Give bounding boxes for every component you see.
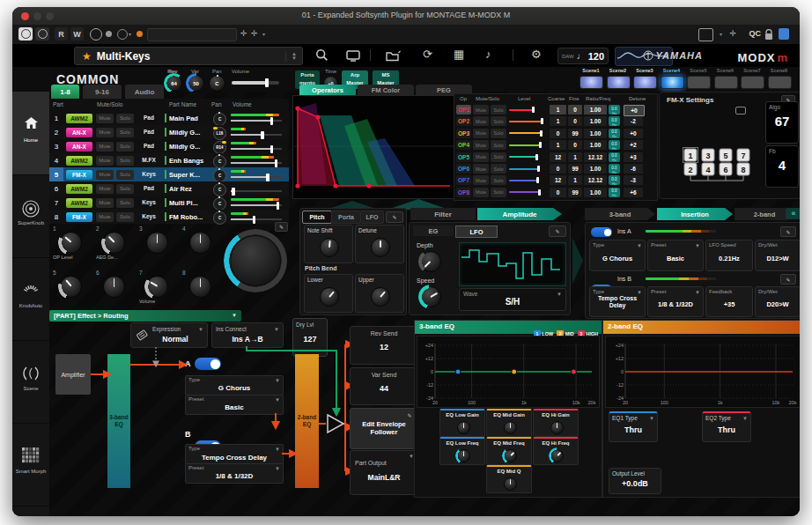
op-level-handle[interactable] bbox=[536, 177, 539, 183]
part-row[interactable]: 2AN-XMuteSoloPadMildly G...L16 bbox=[49, 125, 289, 139]
part-row[interactable]: 4AWM2MuteSoloM.FXEnh BangsC bbox=[49, 153, 289, 167]
scene-button[interactable] bbox=[633, 76, 657, 89]
op-solo-button[interactable]: Solo bbox=[491, 140, 506, 150]
eq-low-freq-box[interactable]: EQ Low Freq bbox=[439, 437, 485, 465]
collapse-chevron[interactable]: « bbox=[786, 208, 800, 219]
op-detune-value[interactable]: +3 bbox=[624, 152, 643, 162]
eq-hi-freq-box[interactable]: EQ Hi Freq bbox=[533, 437, 579, 465]
tab-filter[interactable]: Filter bbox=[410, 208, 476, 220]
lfo-speed-knob[interactable] bbox=[420, 286, 441, 307]
part-pan-knob[interactable]: C bbox=[213, 183, 226, 196]
part-volume-handle[interactable] bbox=[232, 188, 235, 196]
panel-view-icon[interactable] bbox=[698, 28, 713, 41]
tab-insertion[interactable]: Insertion bbox=[657, 208, 733, 220]
part-mute-button[interactable]: Mute bbox=[96, 114, 114, 123]
part-volume-slider[interactable] bbox=[231, 139, 282, 153]
panel-caret[interactable]: ▾ bbox=[720, 32, 722, 37]
op-ratio-value[interactable]: 1.00 bbox=[584, 105, 607, 115]
op-mute-button[interactable]: Mute bbox=[473, 140, 489, 150]
op-fine-value[interactable]: 1 bbox=[568, 175, 582, 185]
part-tab-Audio[interactable]: Audio bbox=[125, 85, 164, 99]
part-row[interactable]: 8FM-XMuteSoloKeysFM Robo...C bbox=[49, 210, 289, 224]
op-level-handle[interactable] bbox=[532, 107, 535, 113]
part-pan-knob[interactable]: C bbox=[213, 155, 226, 168]
eq3-graph[interactable]: +24+120-12-24201001k10k20k bbox=[417, 336, 600, 408]
op-detune-value[interactable]: -2 bbox=[624, 116, 643, 126]
part-pan-knob[interactable]: L16 bbox=[213, 127, 226, 140]
scene-button[interactable] bbox=[687, 76, 711, 89]
op-level-slider[interactable] bbox=[509, 104, 548, 115]
rev-send-box[interactable]: Rev Send 12 bbox=[350, 326, 418, 365]
op-solo-button[interactable]: Solo bbox=[491, 164, 506, 174]
nav-next-icon[interactable]: ✛ bbox=[251, 29, 258, 38]
assignable-knob-4[interactable] bbox=[189, 232, 211, 254]
preset-field[interactable] bbox=[147, 28, 237, 41]
op-fine-value[interactable]: 0 bbox=[568, 140, 582, 150]
power-dot[interactable] bbox=[137, 31, 143, 37]
patch-name-box[interactable]: ★ Multi-Keys ▲▼ bbox=[74, 47, 303, 65]
qc-label[interactable]: QC bbox=[749, 29, 762, 38]
ins-a-preset[interactable]: Preset▼ Basic bbox=[647, 240, 704, 271]
read-automation-button[interactable]: R bbox=[55, 27, 68, 41]
algorithm-diagram[interactable]: 13572468 bbox=[679, 147, 758, 189]
dropdown-icon[interactable] bbox=[117, 29, 128, 40]
ins-b-type[interactable]: Type▼ Tempo Cross Delay bbox=[589, 286, 646, 317]
part-solo-button[interactable]: Solo bbox=[116, 212, 134, 222]
eq-low-gain-box[interactable]: EQ Low Gain bbox=[439, 409, 485, 437]
op-mute-button[interactable]: Mute bbox=[473, 188, 489, 197]
part-volume-slider[interactable] bbox=[231, 125, 282, 139]
part-row[interactable]: 1AWM2MuteSoloPadMain PadC bbox=[49, 111, 289, 125]
op-ratio-value[interactable]: 1.00 bbox=[584, 140, 607, 150]
edit-jump-icon[interactable]: ✎ bbox=[275, 222, 288, 232]
op-fine-value[interactable]: 99 bbox=[568, 164, 582, 174]
part-tab-1-8[interactable]: 1-8 bbox=[51, 85, 79, 99]
part-mute-button[interactable]: Mute bbox=[96, 156, 114, 166]
part-solo-button[interactable]: Solo bbox=[116, 170, 134, 180]
op-level-handle[interactable] bbox=[535, 154, 538, 160]
scene-button[interactable] bbox=[661, 76, 684, 89]
patch-stepper[interactable]: ▲▼ bbox=[285, 52, 297, 61]
subtab-lfo[interactable]: LFO bbox=[455, 226, 498, 238]
op-mute-button[interactable]: Mute bbox=[473, 105, 489, 115]
op-fine-value[interactable]: 0 bbox=[568, 105, 582, 115]
part-mute-button[interactable]: Mute bbox=[96, 128, 114, 137]
subtab-eg[interactable]: EG bbox=[413, 226, 454, 236]
op-mute-button[interactable]: Mute bbox=[473, 175, 489, 185]
op-detune-value[interactable]: -3 bbox=[624, 175, 643, 185]
op-ratio-value[interactable]: 1.00 bbox=[584, 164, 607, 174]
op-coarse-value[interactable]: 0 bbox=[550, 188, 566, 197]
assignable-knob-5[interactable] bbox=[60, 276, 82, 298]
part-pan-knob[interactable]: C bbox=[213, 211, 226, 225]
op-level-slider[interactable] bbox=[509, 174, 548, 186]
note-shift-box[interactable]: Note Shift bbox=[304, 225, 353, 263]
op-mute-button[interactable]: Mute bbox=[473, 116, 489, 126]
op-coarse-value[interactable]: 1 bbox=[550, 140, 566, 150]
pitch-detune-box[interactable]: Detune bbox=[355, 225, 404, 263]
eq-knob[interactable] bbox=[504, 421, 517, 434]
scene-button[interactable] bbox=[768, 76, 792, 89]
op-tab-fm-color[interactable]: FM Color bbox=[358, 85, 414, 95]
part-mute-button[interactable]: Mute bbox=[96, 142, 114, 152]
tab-amplitude[interactable]: Amplitude bbox=[477, 208, 562, 220]
op-level-slider[interactable] bbox=[509, 128, 548, 139]
envelope-follower-button[interactable]: ✎ Edit EnvelopeFollower bbox=[350, 408, 418, 449]
operator-row[interactable]: OP4MuteSolo101.000.0Hz+2 bbox=[454, 139, 657, 151]
scene-button[interactable] bbox=[741, 76, 764, 89]
op-ratio-value[interactable]: 1.00 bbox=[584, 129, 607, 138]
part-row[interactable]: 7AWM2MuteSoloKeysMulti Pi...C bbox=[49, 196, 289, 210]
part-volume-handle[interactable] bbox=[277, 202, 280, 210]
op-ratio-value[interactable]: 1.00 bbox=[584, 188, 607, 197]
note-icon[interactable]: ♪ bbox=[485, 48, 491, 61]
assignable-knob-8[interactable] bbox=[189, 276, 211, 298]
device-icon[interactable] bbox=[346, 49, 360, 65]
op-solo-button[interactable]: Solo bbox=[491, 175, 506, 185]
edit-jump-icon[interactable]: ✎ bbox=[386, 211, 403, 223]
op-fine-value[interactable]: 99 bbox=[568, 188, 582, 197]
part-pan-knob[interactable]: R14 bbox=[213, 141, 226, 154]
part-solo-button[interactable]: Solo bbox=[116, 156, 134, 166]
part-row[interactable]: 5FM-XMuteSoloKeysSuper K...C bbox=[49, 167, 289, 181]
display-icon[interactable] bbox=[735, 107, 746, 115]
part-pan-knob[interactable]: C bbox=[213, 197, 226, 211]
op-level-slider[interactable] bbox=[509, 152, 548, 163]
op-ratio-value[interactable]: 12.12 bbox=[584, 152, 607, 162]
